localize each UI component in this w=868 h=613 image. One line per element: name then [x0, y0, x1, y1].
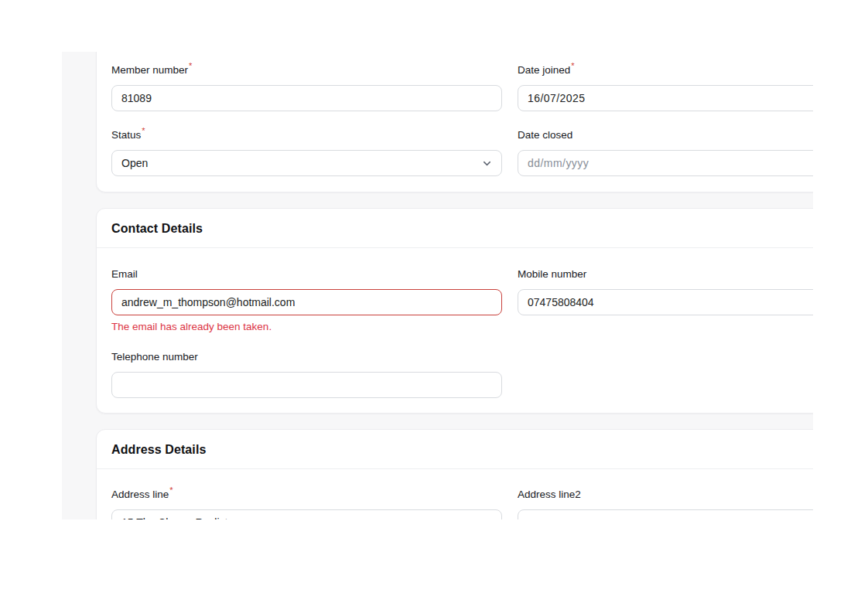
- status-select[interactable]: Open: [111, 150, 502, 176]
- contact-details-card: Contact Details Email The email has alre…: [96, 208, 813, 414]
- required-asterisk: *: [142, 126, 145, 135]
- mobile-number-input[interactable]: [518, 289, 813, 315]
- date-closed-input[interactable]: [518, 150, 813, 176]
- address-details-card: Address Details Address line* Address li…: [96, 429, 813, 519]
- membership-card: Member number* Date joined* Status* Open: [96, 52, 813, 192]
- date-joined-field: Date joined*: [518, 65, 813, 111]
- address-row-1: Address line* Address line2: [111, 489, 813, 519]
- required-asterisk: *: [571, 61, 574, 70]
- address-line-label: Address line*: [111, 489, 502, 500]
- address-line-field: Address line*: [111, 489, 502, 519]
- member-number-input[interactable]: [111, 85, 502, 111]
- status-selected-value: Open: [121, 157, 148, 169]
- mobile-number-label: Mobile number: [518, 269, 813, 280]
- member-number-field: Member number*: [111, 65, 502, 111]
- contact-details-body: Email The email has already been taken. …: [97, 248, 813, 413]
- required-asterisk: *: [189, 61, 192, 70]
- address-details-title: Address Details: [97, 430, 813, 469]
- form-content: Member number* Date joined* Status* Open: [96, 52, 813, 519]
- member-number-label: Member number*: [111, 65, 502, 76]
- telephone-number-field: Telephone number: [111, 352, 502, 398]
- address-line-input[interactable]: [111, 509, 502, 519]
- date-joined-label: Date joined*: [518, 65, 813, 76]
- contact-details-title: Contact Details: [97, 209, 813, 248]
- date-closed-label: Date closed: [518, 130, 813, 141]
- email-label: Email: [111, 269, 502, 280]
- address-line2-input[interactable]: [518, 509, 813, 519]
- date-closed-field: Date closed: [518, 130, 813, 176]
- contact-row-2: Telephone number: [111, 352, 813, 398]
- status-label: Status*: [111, 130, 502, 141]
- address-details-body: Address line* Address line2: [97, 469, 813, 519]
- required-asterisk: *: [169, 485, 173, 495]
- contact-row-1: Email The email has already been taken. …: [111, 269, 813, 332]
- email-field: Email The email has already been taken.: [111, 269, 502, 332]
- chevron-down-icon: [481, 158, 493, 169]
- address-line2-field: Address line2: [518, 489, 813, 519]
- membership-row-2: Status* Open Date closed: [111, 130, 813, 176]
- address-line2-label: Address line2: [518, 489, 813, 500]
- email-error-message: The email has already been taken.: [111, 322, 502, 332]
- status-field: Status* Open: [111, 130, 502, 176]
- mobile-number-field: Mobile number: [518, 269, 813, 315]
- email-input[interactable]: [111, 289, 502, 315]
- telephone-number-input[interactable]: [111, 372, 502, 398]
- membership-row-1: Member number* Date joined*: [111, 65, 813, 111]
- app-viewport: Member number* Date joined* Status* Open: [62, 52, 813, 519]
- date-joined-input[interactable]: [518, 85, 813, 111]
- telephone-number-label: Telephone number: [111, 352, 502, 363]
